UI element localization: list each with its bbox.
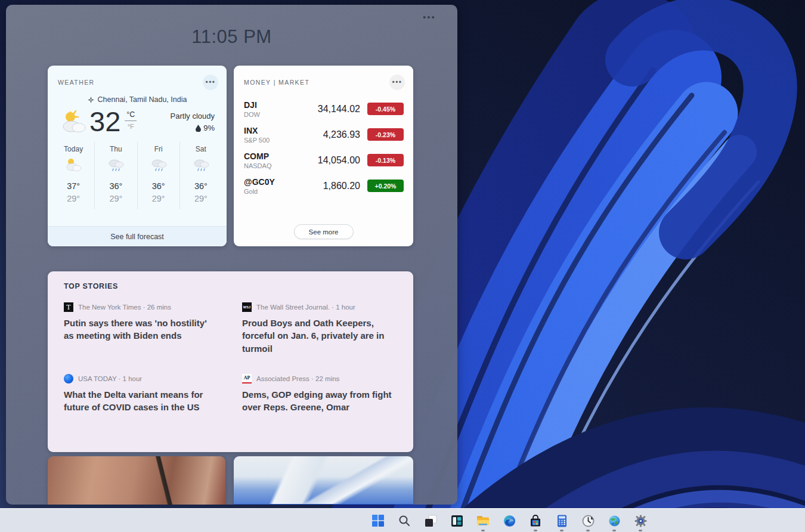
money-market-widget[interactable]: MONEY | MARKET ••• DJI DOW 34,144.02 -0.…	[234, 66, 413, 246]
weather-location: Chennai, Tamil Nadu, India	[48, 95, 227, 104]
widgets-panel: 11:05 PM ••• WEATHER ••• Chennai, Tamil …	[6, 5, 457, 505]
change-badge: -0.13%	[367, 154, 404, 166]
story-source-time: Associated Press · 22 mins	[256, 375, 339, 382]
rain-cloud-icon	[192, 157, 210, 172]
change-badge: +0.20%	[367, 180, 404, 192]
forecast-day-0[interactable]: Today 37° 29°	[52, 141, 95, 209]
wsj-logo-icon: WSJ	[242, 302, 252, 312]
story-headline[interactable]: Proud Boys and Oath Keepers, forceful on…	[242, 317, 394, 355]
market-row-gold[interactable]: @GC0Y Gold 1,860.20 +0.20%	[244, 173, 404, 199]
current-temperature: 32	[89, 107, 120, 135]
condition-text: Partly cloudy	[171, 112, 215, 120]
story-item[interactable]: T The New York Times · 26 mins Putin say…	[64, 302, 216, 355]
forecast-day-2[interactable]: Fri 36° 29°	[138, 141, 180, 209]
precipitation-value: 9%	[203, 123, 215, 132]
partly-cloudy-icon	[64, 157, 82, 172]
settings-button[interactable]	[627, 509, 654, 532]
unit-divider	[125, 120, 137, 121]
gear-icon	[634, 515, 647, 527]
weather-menu-button[interactable]: •••	[203, 75, 218, 90]
story-source-time: USA TODAY · 1 hour	[78, 375, 142, 382]
file-explorer-icon	[476, 515, 490, 527]
panel-menu-button[interactable]: •••	[419, 12, 439, 25]
news-image-card[interactable]	[234, 456, 413, 505]
rain-cloud-icon	[107, 157, 125, 172]
market-row-inx[interactable]: INX S&P 500 4,236.93 -0.23%	[244, 122, 404, 147]
nyt-logo-icon: T	[64, 302, 73, 312]
calculator-button[interactable]	[549, 509, 575, 532]
story-headline[interactable]: What the Delta variant means for future …	[64, 388, 216, 414]
see-more-button[interactable]: See more	[294, 224, 354, 239]
search-button[interactable]	[391, 509, 417, 532]
unit-toggle[interactable]: °C °F	[125, 110, 137, 130]
globe-app-button[interactable]	[601, 509, 627, 532]
ap-logo-icon: AP	[242, 374, 252, 383]
widgets-button[interactable]	[444, 509, 470, 532]
calculator-icon	[557, 515, 567, 527]
rain-cloud-icon	[150, 157, 168, 172]
top-stories-title: TOP STORIES	[48, 271, 413, 290]
see-full-forecast-link[interactable]: See full forecast	[48, 226, 227, 246]
desktop: 11:05 PM ••• WEATHER ••• Chennai, Tamil …	[0, 0, 805, 532]
edge-icon	[503, 515, 516, 527]
news-image-card[interactable]	[48, 456, 225, 505]
precipitation-droplet-icon	[196, 125, 201, 132]
change-badge: -0.23%	[367, 128, 404, 141]
story-source-time: The New York Times · 26 mins	[78, 304, 171, 311]
task-view-icon	[425, 515, 437, 527]
story-item[interactable]: AP Associated Press · 22 mins Dems, GOP …	[242, 374, 394, 414]
story-item[interactable]: USA TODAY · 1 hour What the Delta varian…	[64, 374, 216, 414]
globe-icon	[608, 515, 621, 527]
unit-celsius[interactable]: °C	[126, 110, 135, 119]
weather-title: WEATHER	[58, 79, 95, 86]
taskbar	[0, 508, 805, 532]
usa-today-logo-icon	[64, 374, 73, 383]
story-headline[interactable]: Dems, GOP edging away from fight over Re…	[242, 388, 394, 414]
forecast-day-3[interactable]: Sat 36° 29°	[180, 141, 222, 209]
clock-button[interactable]	[575, 509, 601, 532]
market-menu-button[interactable]: •••	[389, 75, 405, 90]
unit-fahrenheit[interactable]: °F	[128, 123, 134, 130]
market-row-dji[interactable]: DJI DOW 34,144.02 -0.45%	[244, 96, 404, 122]
edge-button[interactable]	[496, 509, 522, 532]
store-button[interactable]	[522, 509, 549, 532]
weather-widget[interactable]: WEATHER ••• Chennai, Tamil Nadu, India 3…	[48, 66, 227, 246]
windows-start-icon	[372, 515, 384, 527]
partly-cloudy-icon	[58, 110, 88, 134]
task-view-button[interactable]	[417, 509, 444, 532]
search-icon	[398, 515, 410, 527]
start-button[interactable]	[365, 509, 391, 532]
widgets-icon	[451, 515, 463, 527]
story-headline[interactable]: Putin says there was 'no hostility' as m…	[64, 317, 216, 342]
location-pin-icon	[88, 97, 94, 103]
forecast-row: Today 37° 29° Thu 36	[52, 141, 222, 209]
top-stories-widget: TOP STORIES T The New York Times · 26 mi…	[48, 271, 413, 452]
panel-clock: 11:05 PM	[6, 26, 457, 48]
story-item[interactable]: WSJ The Wall Street Journal. · 1 hour Pr…	[242, 302, 394, 355]
forecast-day-1[interactable]: Thu 36° 29°	[95, 141, 137, 209]
market-rows: DJI DOW 34,144.02 -0.45% INX S&P 500 4,2…	[234, 90, 413, 199]
market-row-comp[interactable]: COMP NASDAQ 14,054.00 -0.13%	[244, 147, 404, 173]
clock-icon	[582, 515, 595, 527]
story-source-time: The Wall Street Journal. · 1 hour	[256, 304, 355, 311]
microsoft-store-icon	[530, 515, 541, 527]
market-title: MONEY | MARKET	[244, 79, 309, 86]
change-badge: -0.45%	[367, 103, 404, 115]
file-explorer-button[interactable]	[470, 509, 496, 532]
